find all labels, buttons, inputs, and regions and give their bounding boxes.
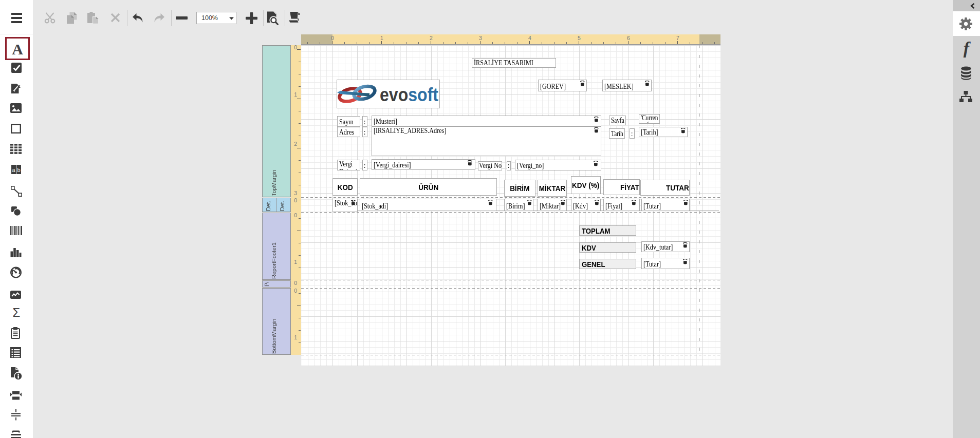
svg-text:b: b bbox=[17, 167, 20, 173]
svg-text:evosoft: evosoft bbox=[380, 84, 438, 105]
svg-text:a: a bbox=[12, 167, 15, 173]
